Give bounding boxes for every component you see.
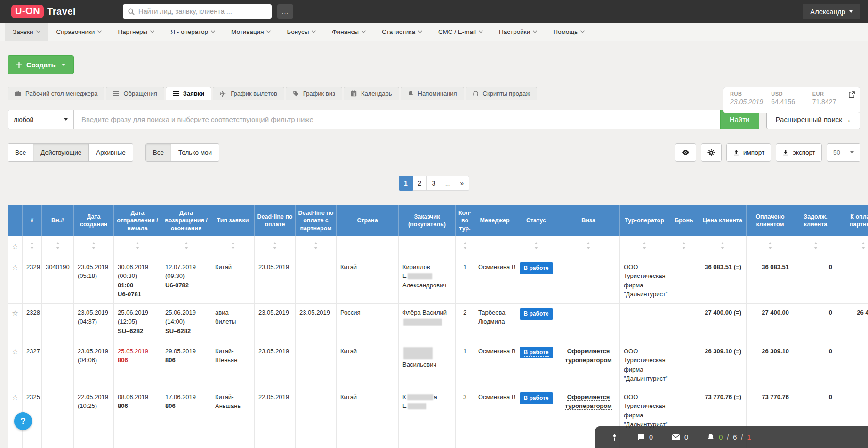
pagination-ellipsis[interactable]: ... xyxy=(441,176,455,191)
table-row[interactable]: ☆2329304019023.05.2019(05:18)30.06.2019(… xyxy=(8,258,868,303)
sort-arrows-icon[interactable] xyxy=(861,242,866,252)
import-button[interactable]: импорт xyxy=(726,143,771,162)
column-header-debt[interactable]: Задолж. клиента xyxy=(794,205,837,236)
nav-item-10[interactable]: Настройки xyxy=(491,23,545,41)
cell-text[interactable]: туроператором xyxy=(565,357,611,364)
status-badge[interactable]: В работе xyxy=(520,392,553,404)
nav-item-1[interactable]: Заявки xyxy=(5,23,48,41)
state-filter-2[interactable]: Действующие xyxy=(33,143,89,162)
create-button[interactable]: Создать xyxy=(8,55,74,74)
sort-arrows-icon[interactable] xyxy=(313,242,318,252)
tab-1[interactable]: Рабочий стол менеджера xyxy=(8,87,104,100)
nav-item-4[interactable]: Я - оператор xyxy=(162,23,223,41)
pagination-page-1[interactable]: 1 xyxy=(399,176,413,191)
search-filter-select[interactable]: любой xyxy=(8,110,74,129)
sort-arrows-icon[interactable] xyxy=(184,242,189,252)
sort-arrows-icon[interactable] xyxy=(56,242,60,252)
tab-7[interactable]: Напоминания xyxy=(401,87,464,100)
column-header-operator[interactable]: Тур-оператор xyxy=(620,205,669,236)
column-header-created[interactable]: Дата создания xyxy=(74,205,114,236)
tab-8[interactable]: Скрипты продаж xyxy=(466,87,537,100)
column-header-partner_due[interactable]: К оплате партнеру xyxy=(837,205,868,236)
star-icon[interactable]: ☆ xyxy=(12,393,18,401)
nav-item-6[interactable]: Бонусы xyxy=(279,23,324,41)
pagination-page-3[interactable]: 3 xyxy=(427,176,441,191)
column-header-visa[interactable]: Виза xyxy=(557,205,620,236)
column-header-type[interactable]: Тип заявки xyxy=(211,205,255,236)
column-header-booking[interactable]: Бронь xyxy=(669,205,699,236)
sort-arrows-icon[interactable] xyxy=(534,242,538,252)
column-header-vn[interactable]: Вн.# xyxy=(42,205,74,236)
sort-arrows-icon[interactable] xyxy=(642,242,647,252)
column-header-depart[interactable]: Дата отправления / начала xyxy=(114,205,161,236)
nav-item-5[interactable]: Мотивация xyxy=(223,23,279,41)
chat-counter[interactable]: 0 xyxy=(637,433,653,441)
nav-item-7[interactable]: Финансы xyxy=(324,23,374,41)
nav-item-2[interactable]: Справочники xyxy=(48,23,110,41)
ownership-filter-1[interactable]: Все xyxy=(145,143,171,162)
pagination-page-2[interactable]: 2 xyxy=(413,176,427,191)
nav-item-9[interactable]: СМС / E-mail xyxy=(430,23,491,41)
column-header-status[interactable]: Статус xyxy=(515,205,557,236)
sort-arrows-icon[interactable] xyxy=(91,242,96,252)
external-link-icon[interactable] xyxy=(848,91,855,98)
status-badge[interactable]: В работе xyxy=(520,347,553,358)
page-size-select[interactable]: 50 xyxy=(827,143,860,162)
status-badge[interactable]: В работе xyxy=(520,262,553,274)
column-header-dl[interactable]: Dead-line по оплате xyxy=(255,205,296,236)
table-row[interactable]: ☆232723.05.2019(04:06)25.05.201980629.05… xyxy=(8,342,868,388)
sort-arrows-icon[interactable] xyxy=(813,242,818,252)
table-settings-button[interactable] xyxy=(701,143,722,162)
app-logo[interactable]: U-ON Travel xyxy=(11,5,76,18)
ownership-filter-2[interactable]: Только мои xyxy=(171,143,219,162)
nav-item-11[interactable]: Помощь xyxy=(545,23,593,41)
export-button[interactable]: экспорт xyxy=(776,143,822,162)
sort-arrows-icon[interactable] xyxy=(231,242,235,252)
star-icon[interactable]: ☆ xyxy=(12,243,18,251)
cell-text[interactable]: Оформляется xyxy=(567,393,610,401)
nav-item-8[interactable]: Статистика xyxy=(374,23,430,41)
status-badge[interactable]: В работе xyxy=(520,308,553,320)
columns-visibility-button[interactable] xyxy=(675,143,696,162)
tab-label: График виз xyxy=(303,90,335,97)
state-filter-3[interactable]: Архивные xyxy=(89,143,133,162)
tab-4[interactable]: График вылетов xyxy=(213,87,284,100)
sort-arrows-icon[interactable] xyxy=(135,242,140,252)
sort-arrows-icon[interactable] xyxy=(720,242,725,252)
global-search-input[interactable] xyxy=(138,8,267,15)
sort-arrows-icon[interactable] xyxy=(463,242,467,252)
cell-text[interactable]: Оформляется xyxy=(567,348,610,355)
column-header-ret[interactable]: Дата возвращения / окончания xyxy=(161,205,211,236)
cell-text: 23.05.2019 xyxy=(258,263,289,270)
sort-arrows-icon[interactable] xyxy=(586,242,591,252)
star-icon[interactable]: ☆ xyxy=(12,263,18,271)
nav-item-3[interactable]: Партнеры xyxy=(110,23,162,41)
tab-6[interactable]: Календарь xyxy=(344,87,399,100)
sort-arrows-icon[interactable] xyxy=(30,242,34,252)
column-header-dlp[interactable]: Dead-line по оплате с партнером xyxy=(296,205,337,236)
cell-text[interactable]: туроператором xyxy=(565,402,611,410)
user-menu-button[interactable]: Александр xyxy=(803,4,860,19)
sort-arrows-icon[interactable] xyxy=(768,242,772,252)
table-row[interactable]: ☆232823.05.2019(04:37)25.06.2019(12:05)S… xyxy=(8,303,868,342)
column-header-manager: Менеджер xyxy=(474,205,515,236)
mail-counter[interactable]: 0 xyxy=(672,433,688,441)
column-header-paid[interactable]: Оплачено клиентом xyxy=(747,205,794,236)
column-header-qty[interactable]: Кол-во тур. xyxy=(456,205,474,236)
star-icon[interactable]: ☆ xyxy=(12,309,18,317)
search-phrase-input[interactable] xyxy=(74,110,720,129)
pagination-page-»[interactable]: » xyxy=(455,176,469,191)
state-filter-1[interactable]: Все xyxy=(8,143,33,162)
sort-arrows-icon[interactable] xyxy=(273,242,277,252)
column-header-num[interactable]: # xyxy=(23,205,42,236)
more-options-button[interactable]: ... xyxy=(277,4,293,19)
sort-arrows-icon[interactable] xyxy=(682,242,686,252)
tab-5[interactable]: График виз xyxy=(286,87,342,100)
column-header-price[interactable]: Цена клиента xyxy=(699,205,747,236)
tab-3[interactable]: Заявки xyxy=(166,87,211,100)
star-icon[interactable]: ☆ xyxy=(12,348,18,356)
torch-icon[interactable] xyxy=(611,433,618,441)
help-button[interactable]: ? xyxy=(14,412,32,430)
notifications-counter[interactable]: 0 / 6 / 1 xyxy=(707,433,751,441)
tab-2[interactable]: Обращения xyxy=(106,87,164,100)
